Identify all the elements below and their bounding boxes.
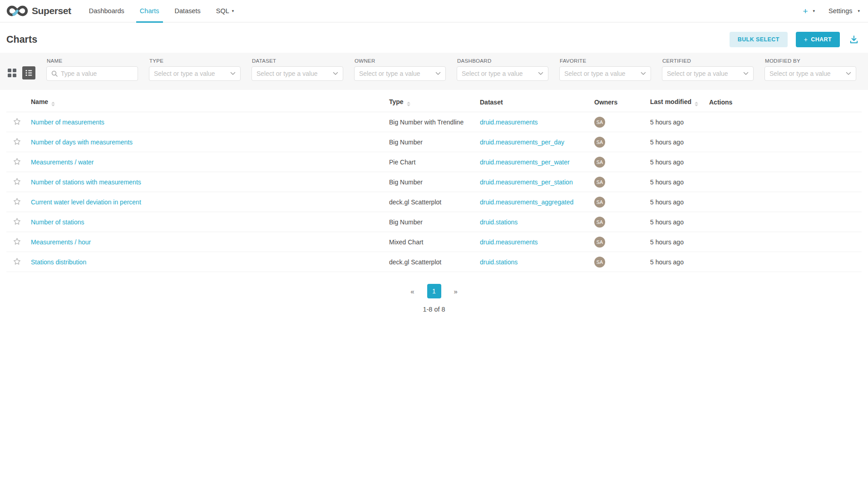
last-modified-cell: 5 hours ago	[650, 132, 709, 152]
favorite-star-icon[interactable]	[13, 238, 21, 245]
settings-menu[interactable]: Settings ▾	[829, 7, 860, 15]
favorite-star-icon[interactable]	[13, 158, 21, 165]
download-icon	[849, 35, 859, 45]
new-item-menu[interactable]: + ▾	[803, 7, 815, 15]
column-header-name[interactable]: Name	[27, 92, 389, 112]
chart-name-cell: Current water level deviation in percent	[27, 192, 389, 212]
filter-dashboard: DASHBOARDSelect or type a value	[457, 58, 548, 81]
brand-name: Superset	[32, 5, 71, 16]
list-view-icon[interactable]	[22, 66, 35, 79]
favorite-star-icon[interactable]	[13, 218, 21, 225]
page-number-button[interactable]: 1	[427, 284, 441, 298]
dataset-filter-select[interactable]: Select or type a value	[252, 66, 343, 81]
dataset-cell: druid.stations	[480, 212, 594, 232]
owner-avatar[interactable]: SA	[594, 177, 605, 188]
owner-avatar[interactable]: SA	[594, 257, 605, 268]
certified-filter-select[interactable]: Select or type a value	[662, 66, 754, 81]
dataset-link[interactable]: druid.measurements_per_station	[480, 179, 573, 186]
superset-logo[interactable]: Superset	[6, 0, 71, 22]
nav-item-dashboards[interactable]: Dashboards	[81, 0, 132, 22]
nav-item-label: Charts	[140, 7, 159, 15]
nav-item-sql[interactable]: SQL▾	[208, 0, 242, 22]
select-placeholder: Select or type a value	[462, 70, 535, 77]
previous-page-button[interactable]: «	[408, 286, 417, 297]
chart-type-label: deck.gl Scatterplot	[389, 258, 441, 266]
chart-name-link[interactable]: Number of stations	[31, 218, 84, 226]
bulk-select-button[interactable]: BULK SELECT	[730, 32, 788, 47]
favorite-cell	[6, 212, 27, 232]
filters-row: NAMETYPESelect or type a valueDATASETSel…	[46, 58, 856, 81]
next-page-button[interactable]: »	[451, 286, 460, 297]
chevron-down-icon	[538, 72, 543, 75]
dataset-link[interactable]: druid.stations	[480, 258, 518, 266]
column-header-label: Type	[389, 98, 404, 105]
nav-item-label: Dashboards	[89, 7, 124, 15]
dataset-link[interactable]: druid.measurements	[480, 238, 538, 246]
nav-item-datasets[interactable]: Datasets	[167, 0, 208, 22]
favorite-star-icon[interactable]	[13, 198, 21, 205]
chart-type-label: Big Number	[389, 139, 423, 146]
filter-favorite: FAVORITESelect or type a value	[559, 58, 651, 81]
add-chart-button[interactable]: + CHART	[796, 32, 840, 47]
chart-name-link[interactable]: Current water level deviation in percent	[31, 198, 141, 206]
owner-avatar[interactable]: SA	[594, 117, 605, 128]
nav-item-charts[interactable]: Charts	[132, 0, 167, 22]
last-modified-label: 5 hours ago	[650, 159, 684, 166]
owner-avatar[interactable]: SA	[594, 237, 605, 248]
favorite-star-icon[interactable]	[13, 178, 21, 185]
column-header-label: Owners	[594, 99, 617, 106]
filter-label: DASHBOARD	[457, 58, 548, 64]
filter-owner: OWNERSelect or type a value	[354, 58, 446, 81]
chart-name-cell: Number of stations	[27, 212, 389, 232]
plus-icon: +	[804, 36, 808, 43]
owner-avatar[interactable]: SA	[594, 157, 605, 168]
column-header-last-modified[interactable]: Last modified	[650, 92, 709, 112]
dashboard-filter-select[interactable]: Select or type a value	[457, 66, 548, 81]
modified-by-filter-select[interactable]: Select or type a value	[764, 66, 856, 81]
chart-name-link[interactable]: Stations distribution	[31, 258, 86, 266]
chart-name-link[interactable]: Number of stations with measurements	[31, 179, 141, 186]
sort-icon	[695, 102, 698, 106]
dataset-cell: druid.measurements_per_station	[480, 172, 594, 192]
export-button[interactable]	[848, 34, 860, 45]
chart-name-link[interactable]: Measurements / hour	[31, 238, 91, 246]
last-modified-cell: 5 hours ago	[650, 192, 709, 212]
chart-type-label: Pie Chart	[389, 159, 415, 166]
table-row: Stations distributiondeck.gl Scatterplot…	[6, 252, 862, 272]
dataset-link[interactable]: druid.measurements	[480, 119, 538, 126]
column-header-type[interactable]: Type	[389, 92, 480, 112]
header-actions: BULK SELECT + CHART	[730, 32, 860, 47]
chart-name-link[interactable]: Number of measurements	[31, 119, 104, 126]
card-view-icon[interactable]	[7, 69, 16, 78]
favorite-star-icon[interactable]	[13, 118, 21, 125]
chart-name-link[interactable]: Measurements / water	[31, 159, 94, 166]
dataset-link[interactable]: druid.measurements_per_day	[480, 139, 564, 146]
owner-avatar[interactable]: SA	[594, 137, 605, 148]
chart-type-cell: Pie Chart	[389, 152, 480, 172]
chevron-down-icon	[435, 72, 441, 75]
name-filter-input[interactable]	[61, 70, 133, 77]
owner-avatar[interactable]: SA	[594, 197, 605, 208]
column-header-label: Actions	[709, 99, 732, 106]
top-nav-right: + ▾ Settings ▾	[803, 0, 860, 22]
sort-icon	[407, 102, 410, 106]
chart-type-label: Big Number	[389, 218, 423, 226]
chevron-down-icon	[641, 72, 646, 75]
favorite-star-icon[interactable]	[13, 258, 21, 265]
chevron-down-icon	[230, 72, 236, 75]
column-header-owners: Owners	[594, 92, 650, 112]
type-filter-select[interactable]: Select or type a value	[149, 66, 241, 81]
owners-cell: SA	[594, 172, 650, 192]
filter-bar: NAMETYPESelect or type a valueDATASETSel…	[0, 53, 868, 90]
favorite-column-header	[6, 92, 27, 112]
pagination: « 1 »	[0, 284, 868, 298]
owner-filter-select[interactable]: Select or type a value	[354, 66, 446, 81]
favorite-star-icon[interactable]	[13, 138, 21, 145]
favorite-filter-select[interactable]: Select or type a value	[559, 66, 651, 81]
dataset-link[interactable]: druid.stations	[480, 218, 518, 226]
dataset-link[interactable]: druid.measurements_per_water	[480, 159, 570, 166]
dataset-link[interactable]: druid.measurements_aggregated	[480, 198, 573, 206]
chart-name-link[interactable]: Number of days with measurements	[31, 139, 133, 146]
owners-cell: SA	[594, 232, 650, 252]
owner-avatar[interactable]: SA	[594, 217, 605, 228]
